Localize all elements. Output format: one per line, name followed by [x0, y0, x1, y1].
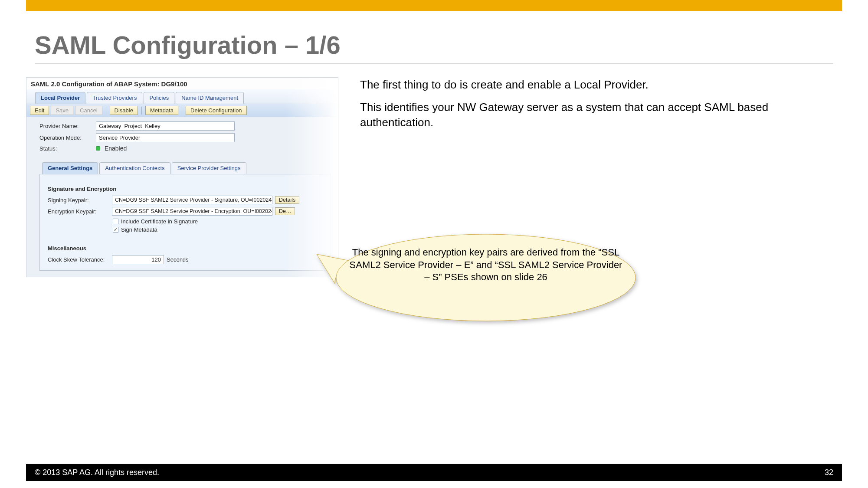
operation-mode-input[interactable]: Service Provider [96, 133, 235, 142]
tab-auth-contexts[interactable]: Authentication Contexts [99, 162, 170, 174]
provider-name-label: Provider Name: [39, 123, 96, 129]
screenshot-title: SAML 2.0 Configuration of ABAP System: D… [26, 78, 338, 89]
separator-icon [106, 107, 106, 115]
tab-trusted-providers[interactable]: Trusted Providers [87, 92, 142, 104]
misc-title: Miscellaneous [48, 245, 323, 252]
separator-icon [141, 107, 142, 115]
signing-keypair-input[interactable]: CN=DG9 SSF SAML2 Service Provider - Sign… [112, 196, 272, 204]
toolbar: Edit Save Cancel Disable Metadata Delete… [26, 104, 338, 117]
tab-policies[interactable]: Policies [144, 92, 174, 104]
provider-form: Provider Name: Gateway_Project_Kelley Op… [26, 117, 338, 156]
tab-name-id[interactable]: Name ID Management [176, 92, 244, 104]
edit-button[interactable]: Edit [30, 106, 49, 115]
top-tab-row: Local Provider Trusted Providers Policie… [26, 89, 338, 104]
cancel-button: Cancel [75, 106, 102, 115]
callout-bubble: The signing and encryption key pairs are… [286, 233, 638, 323]
title-rule [35, 63, 833, 64]
encryption-details-button[interactable]: De… [275, 207, 295, 215]
body-text: The first thing to do is create and enab… [360, 77, 833, 138]
include-cert-checkbox[interactable] [113, 219, 118, 224]
status-label: Status: [39, 145, 96, 152]
slide-title: SAML Configuration – 1/6 [35, 30, 341, 59]
content-area: SAML 2.0 Configuration of ABAP System: D… [26, 77, 833, 453]
separator-icon [182, 107, 182, 115]
status-text: Enabled [105, 145, 127, 152]
sig-enc-title: Signature and Encryption [48, 186, 323, 192]
tab-general-settings[interactable]: General Settings [42, 162, 98, 174]
clock-skew-label: Clock Skew Tolerance: [48, 256, 112, 263]
inner-tab-row: General Settings Authentication Contexts… [26, 156, 338, 174]
accent-band [26, 0, 842, 11]
operation-mode-label: Operation Mode: [39, 134, 96, 141]
sign-metadata-row[interactable]: ✓ Sign Metadata [113, 226, 323, 233]
tab-local-provider[interactable]: Local Provider [35, 92, 85, 104]
include-cert-label: Include Certificate in Signature [121, 218, 198, 225]
body-paragraph-1: The first thing to do is create and enab… [360, 77, 833, 92]
include-cert-row[interactable]: Include Certificate in Signature [113, 218, 323, 225]
page-number: 32 [825, 468, 833, 477]
encryption-keypair-input[interactable]: CN=DG9 SSF SAML2 Service Provider - Encr… [112, 207, 272, 216]
body-paragraph-2: This identifies your NW Gateway server a… [360, 100, 833, 130]
clock-skew-input[interactable]: 120 [112, 255, 164, 264]
encryption-keypair-label: Encryption Keypair: [48, 208, 112, 215]
sign-metadata-label: Sign Metadata [121, 226, 157, 233]
callout-text: The signing and encryption key pairs are… [347, 246, 625, 284]
signing-keypair-label: Signing Keypair: [48, 197, 112, 203]
clock-skew-unit: Seconds [167, 256, 189, 263]
save-button: Save [51, 106, 73, 115]
copyright: © 2013 SAP AG. All rights reserved. [35, 468, 159, 477]
delete-config-button[interactable]: Delete Configuration [186, 106, 247, 115]
status-value: Enabled [96, 145, 127, 152]
sign-metadata-checkbox[interactable]: ✓ [113, 227, 118, 233]
signing-details-button[interactable]: Details [275, 196, 299, 204]
tab-sp-settings[interactable]: Service Provider Settings [172, 162, 246, 174]
disable-button[interactable]: Disable [110, 106, 138, 115]
metadata-button[interactable]: Metadata [145, 106, 178, 115]
footer-bar: © 2013 SAP AG. All rights reserved. 32 [26, 464, 842, 481]
status-enabled-icon [96, 146, 100, 151]
provider-name-input[interactable]: Gateway_Project_Kelley [96, 121, 235, 131]
